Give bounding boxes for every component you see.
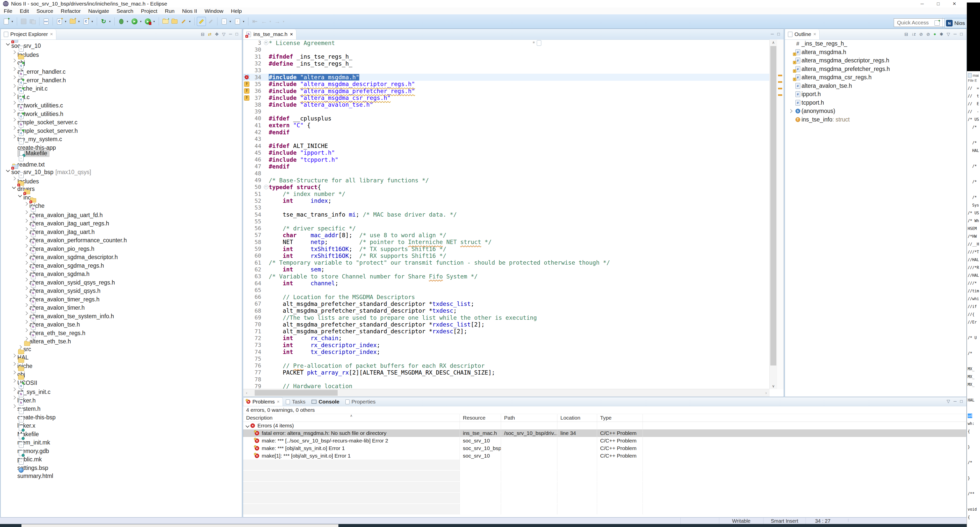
folder-icon[interactable]: [170, 17, 179, 26]
mark-occurrences-icon[interactable]: [197, 17, 206, 26]
menu-file[interactable]: File: [0, 8, 16, 14]
horizontal-scrollbar[interactable]: ‹ ›: [243, 389, 770, 397]
hide-static-icon[interactable]: ⊘: [926, 32, 930, 37]
view-menu-icon[interactable]: ▽: [947, 32, 950, 37]
vscroll-thumb[interactable]: [770, 46, 776, 366]
maximize-view-icon[interactable]: □: [960, 399, 963, 404]
link-with-editor-icon[interactable]: ✱: [940, 32, 943, 37]
profile-icon[interactable]: ▶: [143, 17, 152, 26]
problem-row[interactable]: ✕fatal error: altera_msgdma.h: No such f…: [243, 430, 966, 437]
debug-icon[interactable]: [117, 17, 126, 26]
chevron-collapsed-icon[interactable]: [10, 379, 18, 382]
menu-nios-ii[interactable]: Nios II: [178, 8, 201, 14]
column-header-path[interactable]: Path: [501, 414, 557, 422]
tab-project-explorer[interactable]: Project Explorer ✕: [1, 29, 56, 40]
chevron-expanded-icon[interactable]: [4, 42, 11, 45]
tree-item-includes[interactable]: ≡Includes: [1, 48, 242, 57]
outline-item--anonymous-[interactable]: S(anonymous): [785, 107, 966, 115]
tree-item-hal[interactable]: HAL: [1, 351, 242, 360]
chevron-collapsed-icon[interactable]: [10, 101, 18, 104]
forward-icon-dropdown[interactable]: ▼: [282, 20, 285, 23]
build-icon-dropdown[interactable]: ▼: [108, 20, 111, 23]
chevron-collapsed-icon[interactable]: [10, 354, 18, 357]
outline-item-altera-msgdma-descriptor-regs-h[interactable]: #!altera_msgdma_descriptor_regs.h: [785, 56, 966, 65]
chevron-collapsed-icon[interactable]: [22, 244, 29, 247]
outline-item--ins-tse-regs-h-[interactable]: #_ins_tse_regs_h_: [785, 40, 966, 48]
chevron-collapsed-icon[interactable]: [22, 261, 29, 264]
chevron-collapsed-icon[interactable]: [22, 236, 29, 239]
new-c-source-file-icon-dropdown[interactable]: ▼: [64, 20, 67, 23]
scroll-right-icon[interactable]: ›: [762, 389, 770, 396]
chevron-collapsed-icon[interactable]: [10, 59, 18, 62]
chevron-collapsed-icon[interactable]: [10, 93, 18, 96]
problem-row[interactable]: ✕make: *** [../soc_srv_10_bsp/-recurs-ma…: [243, 437, 966, 444]
chevron-collapsed-icon[interactable]: [22, 321, 29, 323]
chevron-collapsed-icon[interactable]: [10, 388, 18, 391]
scroll-down-icon[interactable]: ∨: [770, 383, 777, 389]
binary-icon[interactable]: 010: [42, 17, 50, 26]
chevron-expanded-icon[interactable]: [246, 423, 250, 428]
annotation-tick[interactable]: [778, 81, 782, 83]
chevron-collapsed-icon[interactable]: [22, 303, 29, 307]
tree-item-altera-eth-tse-h[interactable]: haltera_eth_tse.h: [1, 335, 242, 343]
menu-refactor[interactable]: Refactor: [57, 8, 84, 14]
annotation-tick[interactable]: [778, 75, 782, 76]
minimize-button[interactable]: ─: [914, 0, 930, 7]
collapse-all-icon[interactable]: ⊟: [904, 32, 908, 37]
forward-icon[interactable]: →: [273, 17, 282, 26]
chevron-collapsed-icon[interactable]: [10, 118, 18, 121]
new-c-source-file-icon[interactable]: C+: [55, 17, 64, 26]
warning-marker-icon[interactable]: ?: [243, 94, 250, 101]
chevron-collapsed-icon[interactable]: [22, 295, 29, 298]
problem-row[interactable]: ✕make: *** [obj/alt_sys_init.o] Error 1s…: [243, 444, 966, 452]
scroll-up-icon[interactable]: ∧: [770, 40, 777, 46]
hscroll-thumb[interactable]: [255, 390, 338, 396]
save-icon[interactable]: [19, 17, 28, 26]
chevron-collapsed-icon[interactable]: [10, 396, 18, 399]
new-wizard-icon-dropdown[interactable]: ▼: [11, 20, 14, 23]
warning-marker-icon[interactable]: ?: [243, 81, 250, 88]
hide-fields-icon[interactable]: ⊘: [920, 32, 923, 37]
chevron-collapsed-icon[interactable]: [22, 219, 29, 222]
tree-item-alt-sys-init-c[interactable]: calt_sys_init.c: [1, 385, 242, 394]
code-editor[interactable]: 3+* License Agreement*3031#ifndef _ins_t…: [243, 40, 770, 389]
column-header-resource[interactable]: Resource: [460, 414, 501, 422]
tree-item-iniche-init-c[interactable]: ciniche_init.c: [1, 82, 242, 90]
next-annotation-icon[interactable]: ↓: [220, 17, 228, 26]
chevron-collapsed-icon[interactable]: [10, 363, 18, 365]
maximize-view-icon[interactable]: □: [235, 32, 238, 37]
chevron-collapsed-icon[interactable]: [10, 85, 18, 87]
problem-row[interactable]: ✕make[1]: *** [obj/alt_sys_init.o] Error…: [243, 452, 966, 460]
sort-icon[interactable]: ↓z: [912, 32, 916, 37]
chevron-collapsed-icon[interactable]: [10, 135, 18, 138]
outline-item-ins-tse-info[interactable]: Tins_tse_info : struct: [785, 115, 966, 124]
minimize-view-icon[interactable]: ─: [954, 32, 957, 37]
tab-console[interactable]: Console: [309, 398, 342, 406]
search-brush-icon[interactable]: [179, 17, 188, 26]
close-tab-icon[interactable]: ✕: [290, 32, 293, 37]
annotation-tick[interactable]: [778, 88, 782, 89]
close-icon[interactable]: ✕: [813, 32, 816, 37]
tree-item-create-this-bsp[interactable]: ≡create-this-bsp: [1, 410, 242, 419]
back-icon-dropdown[interactable]: ▼: [269, 20, 272, 23]
menu-project[interactable]: Project: [137, 8, 161, 14]
project-tree[interactable]: xsoc_srv_10≡Includesobjcalt_error_handle…: [1, 40, 242, 517]
chevron-collapsed-icon[interactable]: [22, 329, 29, 332]
chevron-collapsed-icon[interactable]: [10, 76, 18, 79]
tab-problems[interactable]: ✕Problems✕: [243, 397, 283, 406]
open-folder-icon[interactable]: ›: [161, 17, 170, 26]
collapse-all-icon[interactable]: ⊟: [201, 32, 204, 37]
taskbar-window-strip[interactable]: [21, 524, 339, 527]
save-all-icon[interactable]: [29, 17, 37, 26]
link-with-editor-icon[interactable]: ⇄: [208, 32, 212, 37]
block-selection-icon[interactable]: [207, 17, 215, 26]
debug-icon-dropdown[interactable]: ▼: [126, 20, 129, 23]
minimize-view-icon[interactable]: ─: [229, 32, 232, 37]
open-perspective-icon[interactable]: +: [933, 19, 941, 27]
search-brush-icon-dropdown[interactable]: ▼: [188, 20, 192, 23]
chevron-collapsed-icon[interactable]: [787, 110, 794, 112]
chevron-collapsed-icon[interactable]: [22, 312, 29, 315]
chevron-collapsed-icon[interactable]: [10, 177, 18, 180]
outline-item-altera-msgdma-csr-regs-h[interactable]: #!altera_msgdma_csr_regs.h: [785, 73, 966, 82]
tab-tasks[interactable]: Tasks: [283, 398, 309, 406]
